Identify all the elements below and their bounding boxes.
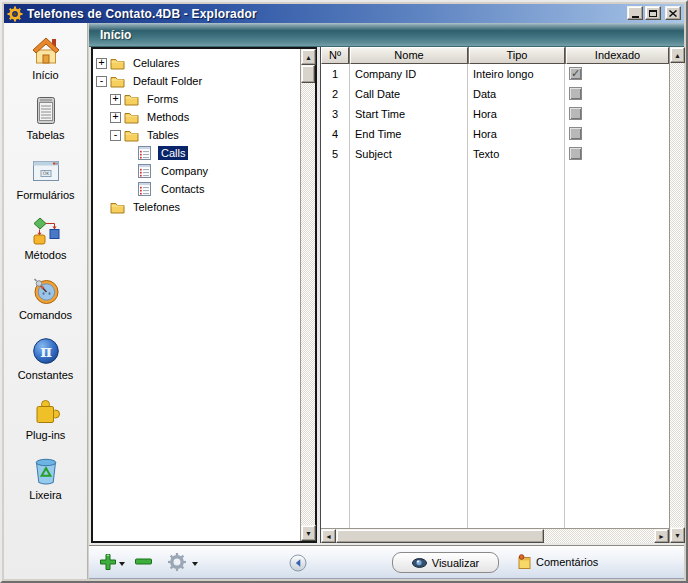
sidebar-item-inicio[interactable]: Início: [4, 34, 87, 81]
tree-item-contacts[interactable]: Contacts: [93, 180, 299, 198]
sidebar-item-lixeira[interactable]: Lixeira: [4, 454, 87, 501]
collapse-icon[interactable]: -: [96, 76, 107, 87]
tree-item-celulares[interactable]: +Celulares: [93, 54, 299, 72]
scroll-down-icon[interactable]: ▼: [301, 525, 316, 541]
indexed-checkbox[interactable]: [569, 107, 582, 120]
tree-item-calls[interactable]: Calls: [93, 144, 299, 162]
forms-icon: OK: [30, 154, 62, 187]
scrollbar-track[interactable]: [544, 529, 654, 543]
scroll-up-icon[interactable]: ▲: [301, 49, 316, 65]
table-doc-icon: [138, 182, 154, 196]
indexed-checkbox[interactable]: [569, 147, 582, 160]
folder-icon: [110, 74, 126, 88]
svg-text:OK: OK: [42, 171, 50, 176]
column-header-nome[interactable]: Nome: [350, 47, 468, 64]
table-row[interactable]: 2Call DateData: [321, 84, 669, 104]
tree-item-label: Celulares: [130, 56, 182, 70]
expand-icon[interactable]: +: [110, 112, 121, 123]
table-row[interactable]: 5SubjectTexto: [321, 144, 669, 164]
visualizar-label: Visualizar: [432, 557, 480, 569]
expand-icon[interactable]: +: [110, 94, 121, 105]
table-header-row: Nº Nome Tipo Indexado: [321, 47, 669, 64]
home-icon: [31, 34, 61, 67]
sidebar-item-tabelas[interactable]: Tabelas: [4, 94, 87, 141]
tree-item-methods[interactable]: +Methods: [93, 108, 299, 126]
column-header-tipo[interactable]: Tipo: [469, 47, 565, 64]
sidebar-item-label: Constantes: [18, 369, 74, 381]
scrollbar-thumb[interactable]: [336, 529, 544, 543]
tree-item-forms[interactable]: +Forms: [93, 90, 299, 108]
minimize-icon: [632, 16, 639, 18]
table-cell: End Time: [349, 124, 467, 144]
table-row[interactable]: 4End TimeHora: [321, 124, 669, 144]
tree-item-tables[interactable]: -Tables: [93, 126, 299, 144]
sidebar: Início Tabelas: [4, 23, 88, 579]
tree-item-label: Methods: [144, 110, 192, 124]
sidebar-item-metodos[interactable]: Métodos: [4, 214, 87, 261]
table-horizontal-scrollbar[interactable]: ◄ ►: [321, 528, 669, 543]
bottom-toolbar: Visualizar Comentários: [89, 545, 684, 579]
eye-icon: [412, 558, 427, 568]
table-row[interactable]: 3Start TimeHora: [321, 104, 669, 124]
minimize-button[interactable]: [627, 6, 643, 20]
folder-icon: [124, 128, 140, 142]
tree-item-label: Default Folder: [130, 74, 205, 88]
scroll-up-icon[interactable]: ▲: [670, 47, 685, 63]
methods-icon: [31, 214, 61, 247]
close-button[interactable]: [665, 6, 681, 20]
collapse-panel-button[interactable]: [289, 554, 307, 572]
table-cell: Call Date: [349, 84, 467, 104]
folder-icon: [124, 92, 140, 106]
sidebar-item-formularios[interactable]: OK Formulários: [4, 154, 87, 201]
tree-item-default-folder[interactable]: -Default Folder: [93, 72, 299, 90]
column-header-indexado[interactable]: Indexado: [566, 47, 669, 64]
indexed-checkbox[interactable]: ✓: [569, 67, 582, 80]
table-cell: 4: [321, 124, 349, 144]
title-bar[interactable]: Telefones de Contato.4DB - Explorador: [4, 4, 684, 23]
visualizar-button[interactable]: Visualizar: [392, 552, 499, 573]
collapse-icon[interactable]: -: [110, 130, 121, 141]
remove-button[interactable]: [135, 558, 152, 566]
sidebar-item-constantes[interactable]: π Constantes: [4, 334, 87, 381]
sidebar-item-comandos[interactable]: Comandos: [4, 274, 87, 321]
scrollbar-track[interactable]: [670, 63, 684, 527]
constants-icon: π: [31, 334, 61, 367]
indexed-checkbox[interactable]: [569, 127, 582, 140]
maximize-button[interactable]: [645, 6, 661, 20]
table-cell: 5: [321, 144, 349, 164]
section-header: Início: [89, 23, 684, 47]
tree-item-label: Company: [158, 164, 211, 178]
scroll-down-icon[interactable]: ▼: [670, 527, 685, 543]
content-area: +Celulares-Default Folder+Forms+Methods-…: [89, 47, 684, 545]
tree-vertical-scrollbar[interactable]: ▲ ▼: [300, 49, 315, 541]
comentarios-button[interactable]: Comentários: [517, 554, 598, 570]
table-vertical-scrollbar[interactable]: ▲ ▼: [669, 47, 684, 543]
sidebar-item-plugins[interactable]: Plug-ins: [4, 394, 87, 441]
tree-item-company[interactable]: Company: [93, 162, 299, 180]
add-button[interactable]: [99, 553, 125, 571]
expand-icon[interactable]: +: [96, 58, 107, 69]
sidebar-item-label: Comandos: [19, 309, 72, 321]
scrollbar-track[interactable]: [301, 83, 315, 525]
table-cell: Company ID: [349, 64, 467, 84]
table-cell: [563, 84, 669, 104]
scroll-left-icon[interactable]: ◄: [321, 529, 336, 543]
scroll-right-icon[interactable]: ►: [654, 529, 669, 543]
section-title: Início: [100, 28, 131, 42]
close-icon: [669, 10, 677, 17]
settings-menu-button[interactable]: [167, 552, 198, 572]
tree-item-label: Forms: [144, 92, 181, 106]
table-cell: Data: [467, 84, 563, 104]
scrollbar-thumb[interactable]: [301, 65, 315, 83]
remove-icon: [135, 558, 152, 566]
tables-icon: [32, 94, 60, 127]
tree-item-telefones[interactable]: Telefones: [93, 198, 299, 216]
indexed-checkbox[interactable]: [569, 87, 582, 100]
table-row[interactable]: 1Company IDInteiro longo✓: [321, 64, 669, 84]
sidebar-item-label: Tabelas: [27, 129, 65, 141]
main-area: Início +Celulares-Default Folder+Forms+M…: [89, 23, 684, 579]
tree-item-label: Telefones: [130, 200, 183, 214]
column-header-num[interactable]: Nº: [321, 47, 349, 64]
app-gear-icon: [7, 6, 23, 22]
table-cell: Inteiro longo: [467, 64, 563, 84]
